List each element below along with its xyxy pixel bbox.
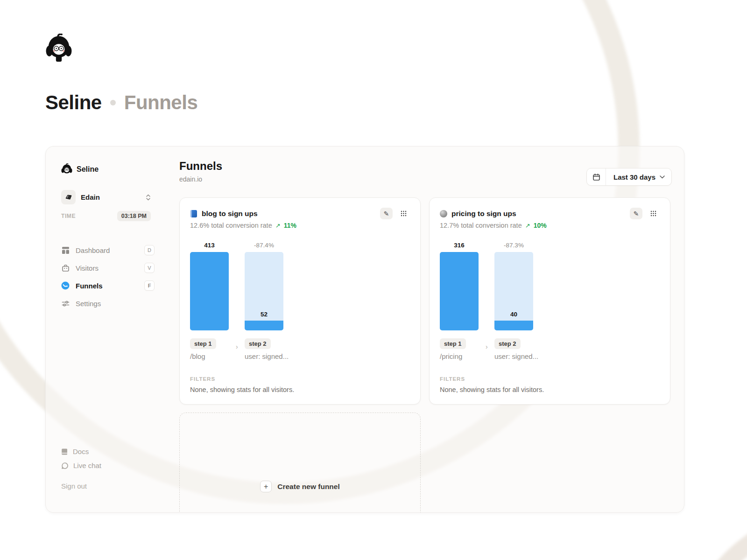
blue-book-icon xyxy=(190,210,197,217)
title-separator-dot xyxy=(110,100,116,105)
filters-label: FILTERS xyxy=(440,376,660,382)
seline-logo xyxy=(45,34,72,63)
chevron-right-icon: › xyxy=(486,343,488,350)
workspace-selector[interactable]: Edain xyxy=(61,190,151,204)
page-title-primary: Seline xyxy=(45,91,102,114)
funnel-bar-step2: 52 xyxy=(245,252,283,330)
workspace-icon xyxy=(61,190,76,204)
chat-bubble-icon xyxy=(61,462,69,469)
date-range-label: Last 30 days xyxy=(613,173,655,181)
settings-icon xyxy=(61,300,70,308)
app-window: Seline Edain TIME 03:18 PM xyxy=(45,146,684,513)
date-range-button[interactable]: Last 30 days xyxy=(606,168,671,185)
shortcut-badge: D xyxy=(144,245,155,255)
docs-icon xyxy=(61,448,68,455)
bar-value-label: 413 xyxy=(190,242,229,249)
filters-label: FILTERS xyxy=(190,376,410,382)
trending-up-icon: ↗ xyxy=(525,222,530,229)
step-badge: step 2 xyxy=(494,338,521,349)
sidebar-brand[interactable]: Seline xyxy=(61,163,179,175)
grid-dots-icon xyxy=(650,210,656,217)
funnel-card-blog: blog to sign ups ✎ 12.6% total conversio… xyxy=(179,197,421,405)
sidebar-item-label: Visitors xyxy=(76,264,138,272)
create-funnel-button[interactable]: + Create new funnel xyxy=(180,481,420,492)
step-name: user: signed... xyxy=(245,352,289,360)
grid-dots-icon xyxy=(401,210,407,217)
bar-value-label: 316 xyxy=(440,242,479,249)
create-funnel-dropzone: + Create new funnel xyxy=(179,413,421,513)
live-chat-link[interactable]: Live chat xyxy=(61,462,101,469)
step-name: /pricing xyxy=(440,352,462,360)
funnel-name: pricing to sign ups xyxy=(451,210,630,218)
sidebar-item-label: Dashboard xyxy=(76,246,138,254)
conversion-rate-text: 12.7% total conversion rate xyxy=(440,222,522,229)
conversion-rate-text: 12.6% total conversion rate xyxy=(190,222,272,229)
create-funnel-label: Create new funnel xyxy=(277,483,340,491)
filters-text: None, showing stats for all visitors. xyxy=(440,386,660,393)
sidebar-item-visitors[interactable]: Visitors V xyxy=(61,259,155,277)
sidebar-item-label: Settings xyxy=(76,300,155,308)
page-title-secondary: Funnels xyxy=(124,91,198,114)
funnel-bars: 40 xyxy=(440,252,660,330)
drag-handle[interactable] xyxy=(397,208,410,219)
background-swirl-small xyxy=(682,509,747,560)
trend-percent: 10% xyxy=(534,222,547,229)
funnel-bar-step2: 40 xyxy=(494,252,533,330)
sidebar-brand-label: Seline xyxy=(77,165,99,174)
dashboard-icon xyxy=(61,246,70,254)
time-row: TIME 03:18 PM xyxy=(61,211,151,221)
sidebar-item-funnels[interactable]: Funnels F xyxy=(61,277,155,294)
sidebar-item-dashboard[interactable]: Dashboard D xyxy=(61,241,155,259)
section-title: Funnels xyxy=(179,160,222,173)
chevron-down-icon xyxy=(660,175,665,179)
bar-drop-label: -87.4% xyxy=(245,242,283,249)
page-title: Seline Funnels xyxy=(45,91,197,114)
step-name: /blog xyxy=(190,352,205,360)
docs-link[interactable]: Docs xyxy=(61,448,101,455)
calendar-button[interactable] xyxy=(587,168,606,185)
funnel-name: blog to sign ups xyxy=(202,210,380,218)
step-badge: step 2 xyxy=(245,338,271,349)
sidebar-nav: Dashboard D Visitors V xyxy=(61,241,155,312)
sidebar-item-settings[interactable]: Settings xyxy=(61,294,155,312)
calendar-icon xyxy=(592,173,600,181)
docs-label: Docs xyxy=(73,448,89,455)
funnels-icon xyxy=(61,281,70,290)
date-range-picker[interactable]: Last 30 days xyxy=(586,168,672,186)
pencil-icon: ✎ xyxy=(384,210,389,217)
pencil-icon: ✎ xyxy=(634,210,639,217)
funnel-card-pricing: pricing to sign ups ✎ 12.7% total conver… xyxy=(429,197,670,405)
funnel-bars: 52 xyxy=(190,252,410,330)
moon-icon xyxy=(440,210,447,217)
shortcut-badge: F xyxy=(144,280,155,291)
trending-up-icon: ↗ xyxy=(275,222,281,229)
time-label: TIME xyxy=(61,213,76,219)
sidebar-item-label: Funnels xyxy=(76,282,138,290)
sidebar: Seline Edain TIME 03:18 PM xyxy=(46,147,179,512)
live-chat-label: Live chat xyxy=(73,462,101,469)
edit-funnel-button[interactable]: ✎ xyxy=(380,208,393,219)
bar-fill xyxy=(245,321,283,330)
filters-text: None, showing stats for all visitors. xyxy=(190,386,410,393)
site-domain: edain.io xyxy=(179,175,202,183)
visitors-icon xyxy=(61,264,70,272)
trend-percent: 11% xyxy=(284,222,296,229)
sign-out-link[interactable]: Sign out xyxy=(61,482,101,490)
sidebar-footer: Docs Live chat Sign out xyxy=(61,448,101,490)
bar-fill-value: 40 xyxy=(494,311,533,318)
bar-fill xyxy=(494,321,533,330)
plus-icon: + xyxy=(260,481,272,492)
workspace-name: Edain xyxy=(81,193,141,201)
bar-fill-value: 52 xyxy=(245,311,283,318)
seline-logo-small xyxy=(61,163,72,175)
funnel-bar-step1 xyxy=(190,252,229,330)
step-badge: step 1 xyxy=(190,338,216,349)
shortcut-badge: V xyxy=(144,263,155,273)
time-value-badge: 03:18 PM xyxy=(117,211,151,221)
chevron-right-icon: › xyxy=(236,343,238,350)
funnel-bar-step1 xyxy=(440,252,479,330)
bar-drop-label: -87.3% xyxy=(494,242,533,249)
drag-handle[interactable] xyxy=(647,208,660,219)
edit-funnel-button[interactable]: ✎ xyxy=(630,208,642,219)
chevron-up-down-icon xyxy=(146,194,151,201)
